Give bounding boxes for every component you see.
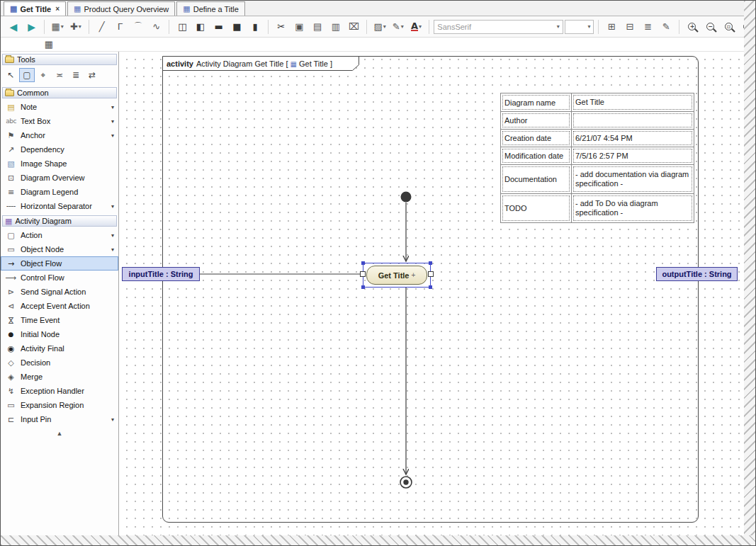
ungroup-button[interactable]: ⊟ [621, 19, 638, 35]
sidebar-item-dependency[interactable]: ↗ Dependency [1, 142, 118, 157]
delete-button[interactable]: ⌧ [346, 19, 363, 35]
info-key-cell[interactable]: Creation date [501, 130, 572, 147]
sidebar-item-send-signal-action[interactable]: ⊳ Send Signal Action [1, 285, 118, 299]
action-node-get-title[interactable]: Get Title+ [366, 266, 427, 285]
info-key-cell[interactable]: Author [501, 112, 572, 129]
sidebar-item-object-node[interactable]: ▭ Object Node ▾ [1, 242, 118, 256]
section-header-activity-diagram[interactable]: ▦ Activity Diagram [2, 215, 117, 227]
resize-handle[interactable] [429, 285, 432, 289]
tab-get-title[interactable]: ▦ Get Title × [4, 1, 66, 16]
chevron-down-icon[interactable]: ▾ [111, 203, 115, 210]
copy-button[interactable]: ▣ [291, 19, 308, 35]
info-key-cell[interactable]: Diagram name [501, 93, 572, 111]
line-style-curved-button[interactable]: ⌒ [130, 19, 147, 35]
resize-handle[interactable] [361, 285, 365, 289]
chevron-down-icon[interactable]: ▾ [111, 132, 115, 139]
sidebar-item-control-flow[interactable]: ⟶ Control Flow [1, 271, 118, 285]
sidebar-item-accept-event-action[interactable]: ⊲ Accept Event Action [1, 299, 118, 313]
insert-shape-left-button[interactable]: ◫ [174, 19, 191, 35]
line-style-diagonal-button[interactable]: ╱ [94, 19, 111, 35]
section-header-tools[interactable]: Tools [2, 54, 117, 65]
resize-handle[interactable] [361, 261, 365, 265]
add-icon: ✚ [70, 21, 78, 32]
diagram-canvas[interactable]: activityActivity Diagram Get Title [▦Get… [119, 52, 745, 537]
tab-define-a-title[interactable]: ▦ Define a Title [176, 1, 245, 16]
sidebar-item-expansion-region[interactable]: ▭ Expansion Region [1, 398, 118, 412]
add-related-elements-button[interactable]: ✚▾ [67, 19, 84, 35]
chevron-down-icon[interactable]: ▾ [111, 246, 115, 253]
sidebar-item-anchor[interactable]: ⚑ Anchor ▾ [1, 128, 118, 142]
pen-color-button[interactable]: ✎▾ [390, 19, 407, 35]
layout-tool-button[interactable]: ⇄ [84, 68, 100, 82]
sidebar-item-activity-final[interactable]: ◉ Activity Final [1, 341, 118, 356]
sidebar-item-horizontal-separator[interactable]: ╌╌ Horizontal Separator ▾ [1, 199, 118, 213]
zoom-fit-button[interactable]: ▫ [721, 19, 738, 35]
resize-handle[interactable] [429, 261, 432, 265]
output-pin[interactable] [428, 271, 434, 277]
sidebar-item-diagram-legend[interactable]: ≡ Diagram Legend [1, 185, 118, 199]
layout-button[interactable]: ▦▾ [49, 19, 66, 35]
align-tall-button[interactable]: ▮ [247, 19, 264, 35]
align-wide-button[interactable]: ▬ [210, 19, 227, 35]
sidebar-item-action[interactable]: ▢ Action ▾ [1, 228, 118, 242]
info-value-cell[interactable]: - add To Do via diagram specification - [572, 194, 694, 222]
distribute-tool-button[interactable]: ≣ [68, 68, 84, 82]
sidebar-item-initial-node[interactable]: ● Initial Node [1, 327, 118, 341]
info-value-cell[interactable]: 7/5/16 2:57 PM [572, 147, 694, 164]
close-icon[interactable]: × [55, 5, 60, 13]
sidebar-item-exception-handler[interactable]: ↯ Exception Handler [1, 384, 118, 398]
tab-product-query-overview[interactable]: ▦ Product Query Overview [67, 1, 175, 16]
font-size-select[interactable]: ▾ [565, 20, 594, 34]
info-value-cell[interactable]: 6/21/07 4:54 PM [572, 130, 694, 147]
frame-header[interactable]: activityActivity Diagram Get Title [▦Get… [167, 57, 332, 70]
initial-node[interactable] [401, 192, 412, 203]
insert-shape-right-button[interactable]: ◧ [192, 19, 209, 35]
sidebar-item-input-pin[interactable]: ⊏ Input Pin ▾ [1, 412, 118, 426]
sidebar-item-merge[interactable]: ◈ Merge [1, 370, 118, 384]
paste-special-button[interactable]: ▥ [327, 19, 344, 35]
sidebar-item-image-shape[interactable]: ▧ Image Shape [1, 157, 118, 171]
paste-button[interactable]: ▤ [309, 19, 326, 35]
info-value-cell[interactable]: - add documentation via diagram specific… [572, 165, 694, 193]
sidebar-item-note[interactable]: ▤ Note ▾ [1, 100, 118, 114]
sidebar-item-decision[interactable]: ◇ Decision [1, 356, 118, 370]
center-tool-button[interactable]: ⌖ [35, 68, 51, 82]
output-object-node[interactable]: outputTitle : String [656, 267, 738, 281]
palette-scroll-up[interactable]: ▲ [1, 426, 118, 437]
info-key-cell[interactable]: Modification date [501, 147, 572, 164]
chevron-down-icon[interactable]: ▾ [111, 118, 115, 125]
info-value-cell[interactable]: Get Title [572, 93, 694, 111]
font-family-select[interactable]: SansSerif ▾ [434, 20, 563, 34]
sidebar-item-diagram-overview[interactable]: ⊡ Diagram Overview [1, 171, 118, 185]
chevron-down-icon[interactable]: ▾ [111, 104, 115, 110]
forward-button[interactable]: ▶ [23, 19, 40, 35]
cut-button[interactable]: ✂ [273, 19, 290, 35]
zoom-in-button[interactable]: + [684, 19, 701, 35]
diagram-options-button[interactable]: ▦ [40, 37, 57, 52]
info-key-cell[interactable]: TODO [501, 194, 572, 222]
input-object-node[interactable]: inputTitle : String [122, 267, 200, 281]
align-square-button[interactable]: ■ [229, 19, 246, 35]
sidebar-item-time-event[interactable]: ⋈ Time Event [1, 313, 118, 327]
diagram-info-table[interactable]: Diagram name Get Title Author Creation d… [500, 93, 694, 223]
zoom-out-button[interactable]: − [702, 19, 719, 35]
pointer-tool-button[interactable]: ↖ [3, 68, 18, 82]
group-button[interactable]: ⊞ [603, 19, 620, 35]
sidebar-item-text-box[interactable]: abc Text Box ▾ [1, 114, 118, 128]
back-button[interactable]: ◀ [5, 19, 22, 35]
line-style-rectilinear-button[interactable]: Γ [111, 19, 128, 35]
font-color-button[interactable]: A▾ [408, 19, 425, 35]
order-button[interactable]: ≣ [640, 19, 657, 35]
sidebar-item-object-flow[interactable]: → Object Flow [1, 256, 118, 271]
info-value-cell[interactable] [572, 112, 694, 129]
line-style-spline-button[interactable]: ∿ [148, 19, 165, 35]
fill-color-button[interactable]: ▨▾ [371, 19, 388, 35]
info-key-cell[interactable]: Documentation [501, 165, 572, 193]
input-pin[interactable] [360, 271, 366, 277]
chevron-down-icon[interactable]: ▾ [111, 232, 115, 239]
chevron-down-icon[interactable]: ▾ [111, 416, 115, 423]
section-header-common[interactable]: Common [2, 87, 117, 98]
align-tool-button[interactable]: ≍ [52, 68, 67, 82]
select-area-tool-button[interactable]: ▢ [19, 68, 35, 82]
edit-compartment-button[interactable]: ✎ [658, 19, 675, 35]
